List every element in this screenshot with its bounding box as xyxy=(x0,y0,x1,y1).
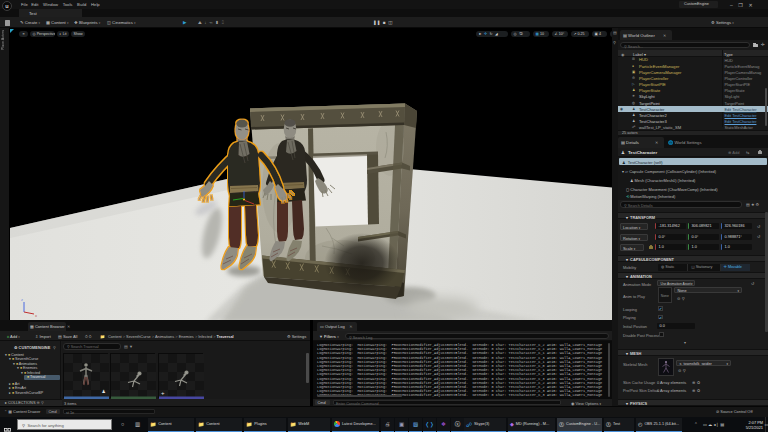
svg-text:+: + xyxy=(161,390,165,396)
svg-text:x: x xyxy=(35,313,37,318)
svg-text:z: z xyxy=(21,297,23,302)
